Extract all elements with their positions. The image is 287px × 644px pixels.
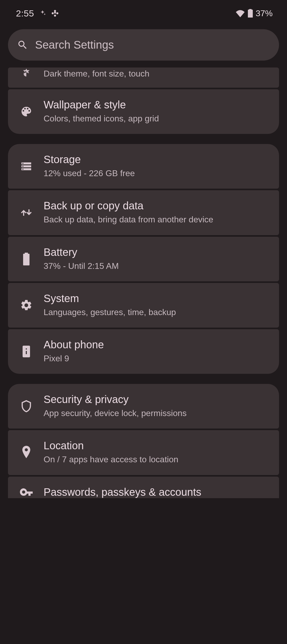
settings-item-display[interactable]: Dark theme, font size, touch: [8, 67, 279, 88]
wifi-icon: [235, 9, 245, 17]
settings-item-system[interactable]: System Languages, gestures, time, backup: [8, 283, 279, 328]
storage-icon: [14, 160, 38, 172]
storage-subtitle: 12% used - 226 GB free: [44, 168, 271, 179]
sync-icon: [14, 206, 38, 219]
phone-info-icon: [14, 345, 38, 358]
search-icon: [17, 39, 28, 50]
battery-subtitle: 37% - Until 2:15 AM: [44, 260, 271, 272]
wallpaper-title: Wallpaper & style: [44, 99, 271, 111]
wallpaper-subtitle: Colors, themed icons, app grid: [44, 113, 271, 124]
settings-item-location[interactable]: Location On / 7 apps have access to loca…: [8, 430, 279, 475]
storage-title: Storage: [44, 154, 271, 166]
settings-screen: 2:55 37% Search Settings: [0, 0, 287, 644]
passwords-title: Passwords, passkeys & accounts: [44, 486, 271, 498]
display-icon: [14, 67, 38, 80]
backup-subtitle: Back up data, bring data from another de…: [44, 214, 271, 225]
clover-icon: [51, 9, 59, 17]
status-battery-pct: 37%: [256, 9, 273, 18]
settings-item-storage[interactable]: Storage 12% used - 226 GB free: [8, 144, 279, 189]
location-title: Location: [44, 440, 271, 452]
backup-title: Back up or copy data: [44, 200, 271, 212]
settings-item-passwords[interactable]: Passwords, passkeys & accounts: [8, 477, 279, 498]
status-right: 37%: [235, 9, 273, 18]
security-title: Security & privacy: [44, 393, 271, 405]
settings-item-about[interactable]: About phone Pixel 9: [8, 329, 279, 374]
battery-title: Battery: [44, 246, 271, 258]
svg-rect-0: [249, 15, 252, 17]
settings-item-battery[interactable]: Battery 37% - Until 2:15 AM: [8, 237, 279, 281]
battery-full-icon: [14, 253, 38, 265]
system-subtitle: Languages, gestures, time, backup: [44, 307, 271, 318]
about-subtitle: Pixel 9: [44, 353, 271, 364]
key-icon: [14, 488, 38, 496]
search-settings[interactable]: Search Settings: [8, 29, 279, 61]
location-subtitle: On / 7 apps have access to location: [44, 454, 271, 465]
shield-icon: [14, 400, 38, 413]
settings-item-backup[interactable]: Back up or copy data Back up data, bring…: [8, 190, 279, 235]
display-subtitle: Dark theme, font size, touch: [44, 68, 271, 79]
palette-icon: [14, 105, 38, 118]
status-time: 2:55: [16, 8, 34, 19]
search-wrap: Search Settings: [0, 27, 287, 67]
status-bar: 2:55 37%: [0, 0, 287, 27]
settings-list[interactable]: Dark theme, font size, touch Wallpaper &…: [0, 67, 287, 644]
security-subtitle: App security, device lock, permissions: [44, 408, 271, 419]
sparkle-icon: [39, 10, 46, 17]
about-title: About phone: [44, 339, 271, 351]
location-pin-icon: [14, 446, 38, 459]
status-left: 2:55: [16, 8, 59, 19]
system-title: System: [44, 293, 271, 304]
gear-icon: [14, 299, 38, 312]
settings-item-security[interactable]: Security & privacy App security, device …: [8, 384, 279, 429]
battery-icon: [248, 9, 253, 18]
search-placeholder: Search Settings: [35, 39, 114, 51]
settings-item-wallpaper[interactable]: Wallpaper & style Colors, themed icons, …: [8, 89, 279, 134]
